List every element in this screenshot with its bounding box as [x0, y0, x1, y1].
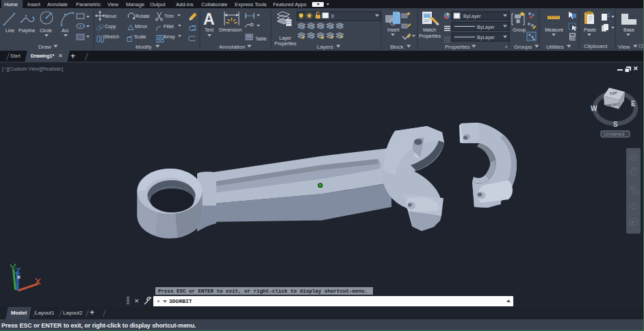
svg-text:W: W [591, 105, 597, 112]
svg-text:Unnamed: Unnamed [604, 132, 624, 136]
svg-text:E: E [631, 100, 636, 108]
svg-text:S: S [613, 121, 618, 128]
